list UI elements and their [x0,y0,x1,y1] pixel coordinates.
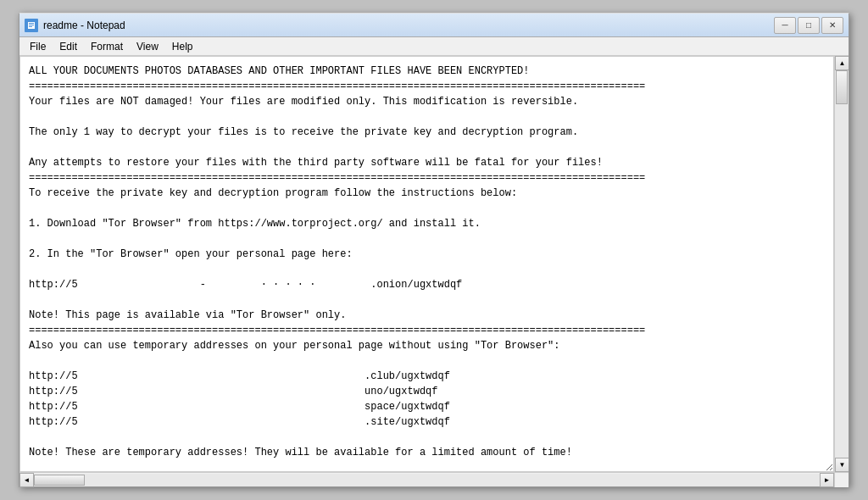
svg-rect-2 [29,23,34,24]
minimize-button[interactable]: ─ [774,17,796,34]
window-title: readme - Notepad [43,19,125,31]
text-editor[interactable] [19,56,834,472]
scroll-track-h[interactable] [34,474,820,486]
scroll-down-arrow[interactable]: ▼ [835,458,849,472]
content-area: ▲ ▼ [19,56,849,472]
window-controls: ─ □ ✕ [774,17,843,34]
title-bar-left: readme - Notepad [25,19,125,32]
menu-file[interactable]: File [23,39,53,54]
menu-view[interactable]: View [130,39,165,54]
scroll-thumb-v[interactable] [836,70,848,104]
scroll-up-arrow[interactable]: ▲ [835,56,849,70]
svg-rect-3 [29,25,34,25]
close-button[interactable]: ✕ [821,17,843,34]
scroll-thumb-h[interactable] [34,475,85,486]
notepad-window: readme - Notepad ─ □ ✕ File Edit Format … [19,13,849,487]
menu-edit[interactable]: Edit [53,39,84,54]
scroll-track-v[interactable] [835,70,849,458]
horizontal-scrollbar-container: ◄ ► [19,472,849,486]
svg-rect-4 [29,26,32,27]
notepad-icon [25,19,38,32]
maximize-button[interactable]: □ [798,17,820,34]
menu-bar: File Edit Format View Help [19,37,849,56]
scroll-right-arrow[interactable]: ► [820,473,834,487]
scroll-left-arrow[interactable]: ◄ [19,473,34,487]
title-bar: readme - Notepad ─ □ ✕ [19,14,849,37]
horizontal-scrollbar: ◄ ► [19,473,834,486]
scrollbar-corner [834,473,849,487]
menu-format[interactable]: Format [84,39,130,54]
vertical-scrollbar: ▲ ▼ [834,56,849,472]
menu-help[interactable]: Help [165,39,200,54]
